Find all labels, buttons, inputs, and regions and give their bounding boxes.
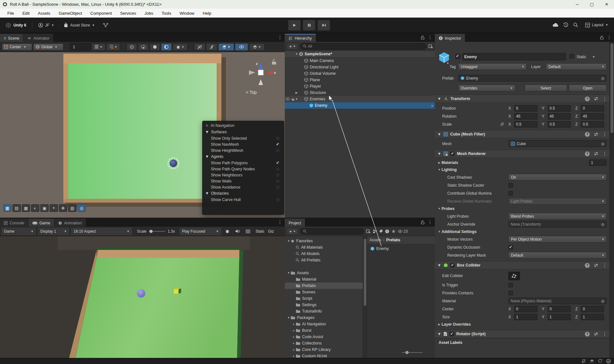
drag-handle-icon[interactable]: ≡ <box>206 123 208 128</box>
hierarchy-item-directional-light[interactable]: Directional Light <box>285 64 435 70</box>
expander-icon[interactable]: ▸ <box>292 354 296 358</box>
foldout-icon[interactable]: ▼ <box>437 132 441 136</box>
nav-section-surfaces[interactable]: ▼Surfaces <box>203 129 284 135</box>
open-in-new-icon[interactable] <box>366 229 371 233</box>
object-field[interactable]: Cube◎ <box>508 140 607 147</box>
axis-x-field[interactable]: 5 <box>514 105 538 112</box>
option-checkbox[interactable] <box>275 142 280 147</box>
prefab-open-arrow-icon[interactable]: › <box>431 103 433 108</box>
tab-animation[interactable]: Animation <box>54 219 86 227</box>
metrics-grid-icon[interactable] <box>243 229 252 233</box>
value-checkbox[interactable] <box>508 191 513 196</box>
foldout-icon[interactable]: ▼ <box>437 207 442 210</box>
version-control-button[interactable] <box>100 21 111 29</box>
view-label[interactable]: < Top <box>246 90 257 95</box>
expander-icon[interactable]: ▸ <box>292 322 296 326</box>
tab-console[interactable]: Console <box>0 219 28 227</box>
tab-hierarchy[interactable]: Hierarchy <box>285 34 316 42</box>
split-grid-tool-button[interactable]: ▤ <box>12 204 21 212</box>
package-filter-icon[interactable] <box>372 229 377 233</box>
axis-z-field[interactable]: 45 <box>581 113 604 120</box>
option-checkbox[interactable] <box>275 197 280 202</box>
menu-item-component[interactable]: Component <box>86 9 116 18</box>
axis-y-field[interactable]: 0.5 <box>548 105 571 112</box>
inspector-scrollbar[interactable] <box>610 42 614 358</box>
expander-icon[interactable]: ▸ <box>292 348 296 351</box>
axis-z-field[interactable]: 0 <box>581 105 604 112</box>
notifications-muted-icon[interactable] <box>581 359 586 363</box>
display-dropdown[interactable]: Display 1▼ <box>38 228 70 235</box>
hierarchy-item-structure[interactable]: ▶Structure <box>285 89 435 96</box>
menu-item-tools[interactable]: Tools <box>157 9 175 18</box>
value-dropdown[interactable]: Blend Probes▼ <box>508 213 607 220</box>
component-header-transform[interactable]: ▼Transform?⋮ <box>435 95 610 103</box>
maximize-button[interactable]: ▢ <box>585 0 599 9</box>
value-dropdown[interactable]: Default▼ <box>508 252 607 259</box>
icon-picker-chevron[interactable]: ▼ <box>446 62 449 65</box>
menu-item-services[interactable]: Services <box>116 9 140 18</box>
scrollbar-thumb[interactable] <box>364 239 366 306</box>
foldout-icon[interactable]: ▶ <box>437 323 442 326</box>
axis-z-field[interactable]: 0 <box>581 306 604 312</box>
hierarchy-pane-menu-icon[interactable]: ⋮ <box>428 35 432 40</box>
object-picker-icon[interactable]: ◎ <box>601 76 604 81</box>
create-asset-button[interactable]: +▼ <box>287 228 298 235</box>
axis-y-field[interactable]: 0.5 <box>548 121 571 128</box>
tab-game[interactable]: Game <box>28 219 54 227</box>
asset-item-enemy[interactable]: Enemy <box>367 244 435 252</box>
component-header-rotator-script-[interactable]: ▼Rotator (Script)?⋮ <box>435 330 610 338</box>
move-cross-tool-button[interactable]: ✥ <box>59 204 67 212</box>
static-flags-chevron[interactable]: ▼ <box>592 55 595 58</box>
unlock-icon[interactable] <box>600 35 604 40</box>
option-checkbox[interactable] <box>275 173 280 177</box>
menu-item-edit[interactable]: Edit <box>18 9 34 18</box>
menu-item-gameobject[interactable]: GameObject <box>54 9 86 18</box>
foldout-icon[interactable]: ▼ <box>437 151 441 156</box>
asset-store-dropdown[interactable]: Asset Store▼ <box>61 21 97 29</box>
frame-grid-tool-button[interactable]: ▦ <box>3 204 12 212</box>
unlock-icon[interactable] <box>421 35 425 40</box>
tab-project[interactable]: Project <box>285 219 305 227</box>
layout-dropdown[interactable]: Layout▼ <box>583 21 611 29</box>
aspect-dropdown[interactable]: 16:10 Aspect▼ <box>71 228 132 235</box>
component-menu-icon[interactable]: ⋮ <box>602 96 607 101</box>
alert-icon[interactable] <box>385 229 389 234</box>
expander-icon[interactable]: ▸ <box>292 329 296 332</box>
overrides-dropdown[interactable]: Overrides▼ <box>458 85 515 91</box>
nav-option-show-path-polygons[interactable]: Show Path Polygons <box>203 160 284 166</box>
value-field[interactable]: 1 <box>589 159 607 166</box>
hierarchy-search-input[interactable]: All <box>300 43 427 50</box>
axis-y-field[interactable]: 1 <box>548 314 571 320</box>
project-pane-menu-icon[interactable]: ⋮ <box>428 220 432 225</box>
object-picker-icon[interactable]: ◎ <box>601 299 604 303</box>
project-tree-item-all-materials[interactable]: All Materials <box>285 244 363 251</box>
scene-lighting-off-button[interactable] <box>206 43 217 50</box>
expander-icon[interactable]: ▼ <box>287 271 291 275</box>
project-search-input[interactable] <box>300 228 364 235</box>
object-picker-icon[interactable]: ◎ <box>601 142 604 146</box>
expander-icon[interactable]: ▼ <box>294 52 299 56</box>
component-header-box-collider[interactable]: ▼Box Collider?⋮ <box>435 261 610 269</box>
zoom-slider-knob[interactable] <box>405 351 409 354</box>
wireframe-mode-button[interactable] <box>138 43 148 50</box>
close-button[interactable]: ✕ <box>599 0 614 9</box>
nav-section-obstacles[interactable]: ▼Obstacles <box>203 190 284 197</box>
undo-history-icon[interactable] <box>563 22 569 27</box>
hierarchy-item-enemies[interactable]: ▼Enemies <box>285 96 435 102</box>
asset-labels-section[interactable]: Asset Labels <box>435 338 610 347</box>
select-button[interactable]: Select <box>525 85 567 91</box>
tab-inspector[interactable]: Inspector <box>435 34 465 42</box>
unlock-icon[interactable] <box>421 220 425 224</box>
project-tree-item-scenes[interactable]: Scenes <box>285 289 363 295</box>
project-tree-item-core-rp-library[interactable]: ▸Core RP Library <box>285 346 363 353</box>
active-checkbox[interactable] <box>455 54 460 59</box>
expander-icon[interactable]: ▼ <box>287 239 291 243</box>
component-menu-icon[interactable]: ⋮ <box>602 132 607 137</box>
cloud-icon[interactable] <box>552 23 559 27</box>
object-picker-icon[interactable]: ◎ <box>601 222 604 227</box>
snap-settings-button[interactable]: ▼ <box>107 43 120 50</box>
display-target-dropdown[interactable]: Game▼ <box>1 228 36 235</box>
help-icon[interactable]: ? <box>585 332 590 337</box>
label-tag-icon[interactable] <box>379 229 383 233</box>
option-checkbox[interactable] <box>275 185 280 190</box>
